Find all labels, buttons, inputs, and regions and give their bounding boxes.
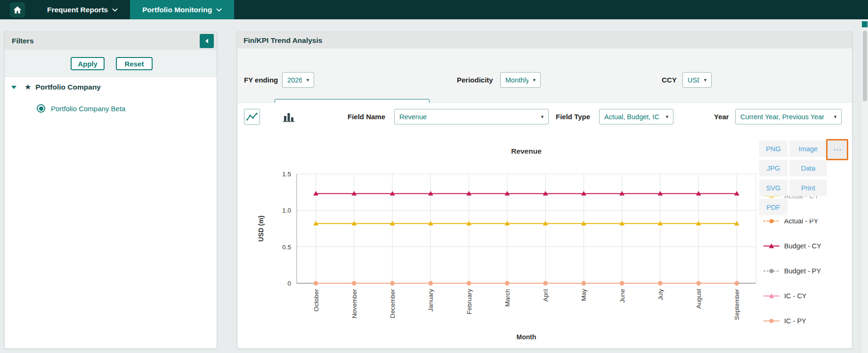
bar-chart-toggle-button[interactable] xyxy=(281,109,297,125)
svg-text:May: May xyxy=(580,289,587,301)
year-value: Current Year, Previous Year xyxy=(740,113,824,121)
legend-item[interactable]: Budget - CY xyxy=(763,233,821,258)
svg-text:0.5: 0.5 xyxy=(282,244,291,251)
field-type-label: Field Type xyxy=(556,103,590,131)
chevron-down-icon xyxy=(216,8,222,12)
tree-group-label: Portfolio Company xyxy=(35,83,101,91)
controls-section: FY ending 2026 ▼ Periodicity Monthly ▼ C… xyxy=(237,49,852,103)
svg-text:September: September xyxy=(733,289,740,320)
legend-label: Budget - CY xyxy=(784,242,821,250)
export-print-button[interactable]: Print xyxy=(789,180,827,196)
svg-text:January: January xyxy=(427,289,434,312)
export-more-button[interactable]: ⋯ xyxy=(826,139,848,160)
field-name-value: Revenue xyxy=(399,113,427,121)
chart-toolbar: Field Name Revenue ▼ Field Type Actual, … xyxy=(237,103,852,131)
home-button[interactable] xyxy=(0,0,35,19)
filters-panel-title: Filters xyxy=(12,37,34,45)
chevron-left-icon xyxy=(204,38,209,44)
caret-down-icon xyxy=(11,86,16,89)
tree-option-label: Portfolio Company Beta xyxy=(51,105,125,113)
svg-text:November: November xyxy=(351,289,358,319)
tree-option-portfolio-company-beta[interactable]: Portfolio Company Beta xyxy=(37,104,125,113)
export-data-button[interactable]: Data xyxy=(789,160,827,176)
filters-panel: Filters Apply Reset ★ Portfolio Company … xyxy=(4,32,217,349)
periodicity-value: Monthly xyxy=(505,76,528,84)
fy-ending-label: FY ending xyxy=(244,72,278,88)
svg-text:0: 0 xyxy=(287,280,291,287)
export-png-button[interactable]: PNG xyxy=(759,140,787,157)
svg-text:June: June xyxy=(619,289,626,303)
field-type-select[interactable]: Actual, Budget, IC ▼ xyxy=(599,109,673,124)
export-jpg-button[interactable]: JPG xyxy=(759,160,787,176)
radio-selected-icon[interactable] xyxy=(37,104,45,113)
legend-label: IC - CY xyxy=(784,292,807,300)
trend-analysis-header: Fin/KPI Trend Analysis xyxy=(237,32,852,49)
page-title: Fin/KPI Trend Analysis xyxy=(243,36,322,45)
line-chart-toggle-button[interactable] xyxy=(244,109,260,125)
legend-marker-icon xyxy=(763,243,780,249)
chevron-down-icon xyxy=(112,8,118,12)
nav-portfolio-monitoring-label: Portfolio Monitoring xyxy=(142,6,212,14)
legend-marker-icon xyxy=(763,293,780,299)
legend-item[interactable]: IC - PY xyxy=(763,308,821,333)
ccy-value: USD xyxy=(688,76,699,84)
scroll-top-button[interactable] xyxy=(862,21,868,27)
field-name-label: Field Name xyxy=(348,103,385,131)
export-pdf-button[interactable]: PDF xyxy=(759,199,787,215)
export-menu: PNG Image JPG Data SVG Print PDF ⋯ xyxy=(757,139,852,220)
field-type-value: Actual, Budget, IC xyxy=(604,113,659,121)
scrollbar-thumb[interactable] xyxy=(863,31,867,101)
field-name-select[interactable]: Revenue ▼ xyxy=(394,109,549,124)
year-label: Year xyxy=(714,103,729,131)
svg-text:Revenue: Revenue xyxy=(511,147,542,155)
periodicity-label: Periodicity xyxy=(457,72,493,88)
periodicity-select[interactable]: Monthly ▼ xyxy=(500,72,541,88)
vertical-scrollbar[interactable] xyxy=(862,19,868,353)
apply-button[interactable]: Apply xyxy=(71,57,105,70)
caret-down-icon: ▼ xyxy=(699,78,707,82)
star-icon: ★ xyxy=(24,83,31,91)
tree-node-portfolio-company[interactable]: ★ Portfolio Company xyxy=(11,83,101,91)
top-navigation: Frequent Reports Portfolio Monitoring xyxy=(0,0,868,19)
bar-chart-icon xyxy=(283,111,295,123)
year-select[interactable]: Current Year, Previous Year ▼ xyxy=(735,109,842,124)
collapse-panel-button[interactable] xyxy=(200,34,214,48)
legend-label: Budget - PY xyxy=(784,267,821,275)
legend-label: IC - PY xyxy=(784,317,806,325)
caret-down-icon: ▼ xyxy=(302,78,310,82)
svg-text:April: April xyxy=(542,289,549,302)
caret-down-icon: ▼ xyxy=(528,78,536,82)
caret-down-icon: ▼ xyxy=(661,115,669,119)
caret-down-icon: ▼ xyxy=(829,115,837,119)
export-image-button[interactable]: Image xyxy=(789,140,827,157)
svg-text:March: March xyxy=(504,289,511,307)
svg-text:July: July xyxy=(657,289,664,300)
trend-analysis-panel: Fin/KPI Trend Analysis FY ending 2026 ▼ … xyxy=(237,32,852,349)
legend-marker-icon xyxy=(763,318,780,324)
svg-text:October: October xyxy=(313,289,320,312)
nav-frequent-reports[interactable]: Frequent Reports xyxy=(35,0,130,19)
svg-text:February: February xyxy=(466,289,473,314)
legend-item[interactable]: IC - CY xyxy=(763,283,821,308)
caret-down-icon: ▼ xyxy=(536,115,544,119)
home-icon xyxy=(10,2,25,17)
filters-panel-header: Filters xyxy=(5,32,217,50)
export-svg-button[interactable]: SVG xyxy=(759,180,787,196)
svg-text:USD (m): USD (m) xyxy=(257,215,265,241)
ccy-label: CCY xyxy=(662,72,677,88)
svg-text:1.0: 1.0 xyxy=(282,207,291,214)
legend-item[interactable]: Budget - PY xyxy=(763,258,821,283)
svg-text:August: August xyxy=(695,289,702,309)
fy-ending-select[interactable]: 2026 ▼ xyxy=(282,72,314,88)
nav-frequent-reports-label: Frequent Reports xyxy=(47,6,108,14)
svg-text:December: December xyxy=(389,289,396,319)
line-chart-icon xyxy=(246,111,258,123)
reset-button[interactable]: Reset xyxy=(116,57,153,70)
filters-actions-row: Apply Reset xyxy=(5,50,217,77)
ccy-select[interactable]: USD ▼ xyxy=(682,72,712,88)
legend-marker-icon xyxy=(763,268,780,274)
svg-text:1.5: 1.5 xyxy=(282,171,291,178)
fy-ending-value: 2026 xyxy=(287,76,302,84)
nav-portfolio-monitoring[interactable]: Portfolio Monitoring xyxy=(130,0,234,19)
svg-text:Month: Month xyxy=(517,333,536,341)
